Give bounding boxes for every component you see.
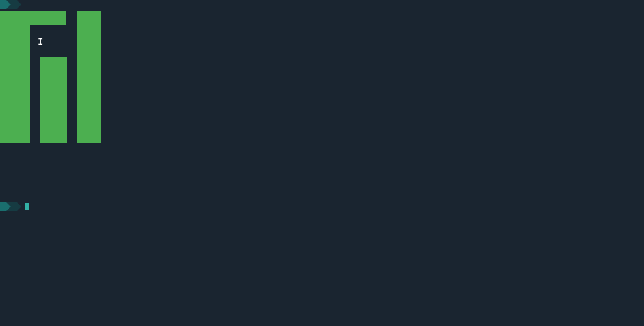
prompt-distro-icon (0, 202, 6, 211)
prompt-separator-icon (6, 0, 11, 9)
system-info (101, 9, 136, 105)
neofetch-output: I (0, 9, 644, 143)
prompt-distro-icon (0, 0, 6, 9)
prompt-line-1[interactable] (0, 0, 644, 9)
prompt-separator-icon (6, 202, 11, 211)
prompt-line-2[interactable] (0, 202, 644, 211)
input-cursor[interactable] (25, 203, 29, 210)
text-cursor-icon: I (38, 38, 43, 46)
distro-logo: I (0, 11, 101, 143)
prompt-arrow-icon (17, 202, 21, 211)
prompt-cwd (11, 202, 17, 211)
prompt-arrow-icon (17, 0, 21, 9)
prompt-cwd (11, 0, 17, 9)
